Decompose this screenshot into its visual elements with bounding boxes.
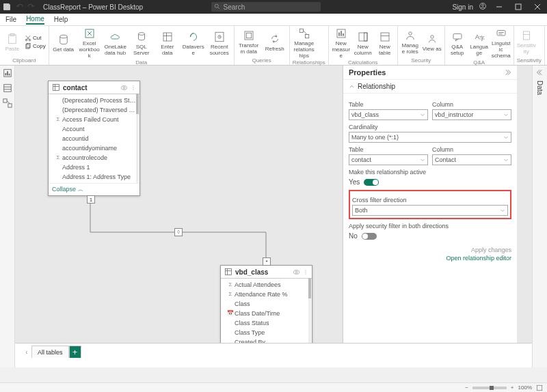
fit-page-icon[interactable] (536, 384, 543, 391)
copy-button[interactable]: Copy (25, 43, 46, 50)
select-crossfilter[interactable]: Both (352, 205, 508, 216)
svg-line-31 (303, 31, 306, 35)
right-rail-label[interactable]: Data (536, 81, 544, 95)
tab-scroll-left[interactable]: ‹ (22, 346, 31, 358)
table-field[interactable]: Class Status (228, 318, 312, 328)
manage-roles-button[interactable]: Manage roles (401, 27, 420, 57)
group-calculations-label: Calculations (332, 59, 395, 66)
tab-all-tables[interactable]: All tables (31, 346, 69, 358)
panel-title: Properties (349, 68, 386, 76)
svg-point-65 (123, 87, 125, 89)
svg-rect-20 (163, 33, 172, 41)
panel-section-relationship[interactable]: Relationship (343, 80, 517, 94)
bottombar: ‹ All tables + (15, 343, 532, 367)
sensitivity-button[interactable]: Sensitivity (517, 27, 536, 57)
svg-line-2 (217, 8, 219, 10)
tab-add[interactable]: + (69, 346, 81, 358)
table-field[interactable]: Σaccountrolecode (55, 153, 139, 163)
svg-rect-28 (246, 33, 252, 38)
table-field[interactable]: Address 1 (55, 163, 139, 172)
manage-relationships-button[interactable]: Manage relationships (293, 27, 316, 59)
table-field[interactable]: Class (228, 299, 312, 309)
toggle-active[interactable] (364, 179, 379, 186)
get-data-button[interactable]: Get data (52, 27, 75, 59)
svg-rect-33 (338, 33, 340, 36)
user-icon[interactable] (479, 2, 487, 12)
table-field[interactable]: 📅Class Date/Time (228, 309, 312, 318)
model-canvas[interactable]: contact (Deprecated) Process Stage(Depre… (15, 66, 532, 367)
search-box[interactable]: Search (211, 2, 321, 12)
language-button[interactable]: A字Language (470, 27, 489, 59)
cut-button[interactable]: Cut (25, 35, 46, 42)
undo-icon[interactable] (15, 3, 23, 11)
table-field[interactable]: Address 1: Address Type (55, 172, 139, 182)
excel-button[interactable]: Excel workbook (78, 27, 101, 59)
relationship-filter-icon[interactable] (174, 228, 183, 236)
table-field[interactable]: ΣActual Attendees (228, 280, 312, 290)
paste-button[interactable]: Paste (3, 27, 22, 57)
dataverse-button[interactable]: Dataverse (182, 27, 205, 59)
select-table2[interactable]: contact (349, 154, 428, 165)
expand-panel-icon[interactable] (503, 68, 511, 76)
svg-rect-69 (226, 269, 232, 275)
group-security-label: Security (401, 57, 442, 64)
new-measure-button[interactable]: New measure (332, 27, 351, 59)
collapse-right-icon[interactable] (536, 68, 544, 76)
table-scrollbar[interactable] (136, 94, 139, 183)
table-field[interactable]: (Deprecated) Process Stage (55, 96, 139, 105)
transform-data-button[interactable]: Transform data (237, 27, 261, 57)
table-field[interactable]: ΣAccess Failed Count (55, 115, 139, 124)
zoom-slider[interactable] (472, 387, 507, 389)
linguistic-schema-button[interactable]: Linguistic schema (492, 27, 511, 59)
svg-rect-35 (343, 33, 344, 36)
right-rail: Data (532, 66, 547, 367)
qa-setup-button[interactable]: Q&A setup (448, 27, 467, 59)
svg-rect-36 (359, 33, 367, 41)
svg-rect-54 (8, 74, 10, 76)
new-column-button[interactable]: New column (353, 27, 373, 59)
signin-text[interactable]: Sign in (452, 3, 473, 11)
sql-button[interactable]: SQL Server (130, 27, 153, 59)
close-button[interactable] (531, 2, 544, 12)
svg-text:A: A (475, 33, 479, 40)
menu-help[interactable]: Help (54, 16, 68, 23)
select-table1[interactable]: vbd_class (349, 109, 428, 120)
maximize-button[interactable] (511, 2, 525, 12)
report-view-icon[interactable] (3, 68, 12, 78)
save-icon[interactable] (3, 3, 11, 11)
window-title: ClassReport – Power BI Desktop (43, 3, 143, 11)
refresh-button[interactable]: Refresh (263, 27, 286, 57)
visibility-icon[interactable] (293, 268, 300, 276)
redo-icon[interactable] (27, 3, 36, 11)
open-editor-link[interactable]: Open relationship editor (349, 255, 511, 262)
properties-panel: Properties Relationship Table vbd_class … (343, 66, 517, 367)
enter-data-button[interactable]: Enter data (156, 27, 179, 59)
table-field[interactable]: ΣAttendance Rate % (228, 290, 312, 299)
table-field[interactable]: (Deprecated) Traversed Path (55, 105, 139, 115)
menu-home[interactable]: Home (26, 15, 44, 25)
table-field[interactable]: accountid (55, 134, 139, 143)
table-field[interactable]: Account (55, 124, 139, 134)
svg-rect-45 (497, 31, 505, 36)
view-as-button[interactable]: View as (423, 27, 442, 57)
select-cardinality[interactable]: Many to one (*:1) (349, 132, 511, 143)
more-icon[interactable] (303, 268, 308, 276)
model-view-icon[interactable] (3, 98, 12, 108)
select-column1[interactable]: vbd_instructor (432, 109, 511, 120)
data-view-icon[interactable] (3, 83, 12, 93)
table-card-contact[interactable]: contact (Deprecated) Process Stage(Depre… (48, 81, 140, 196)
more-icon[interactable] (131, 84, 136, 92)
toggle-security[interactable] (362, 233, 377, 240)
menu-file[interactable]: File (5, 16, 16, 23)
visibility-icon[interactable] (120, 84, 128, 92)
onelake-button[interactable]: OneLake data hub (104, 27, 127, 59)
svg-point-72 (293, 270, 299, 274)
collapse-button[interactable]: Collapse ︿ (49, 183, 139, 195)
select-column2[interactable]: Contact (432, 154, 511, 165)
table-field[interactable]: accountidyominame (55, 143, 139, 153)
minimize-button[interactable] (492, 2, 506, 12)
recent-sources-button[interactable]: Recent sources (208, 27, 231, 59)
new-table-button[interactable]: New table (375, 27, 395, 59)
table-field[interactable]: Class Type (228, 328, 312, 337)
active-value: Yes (349, 178, 360, 186)
